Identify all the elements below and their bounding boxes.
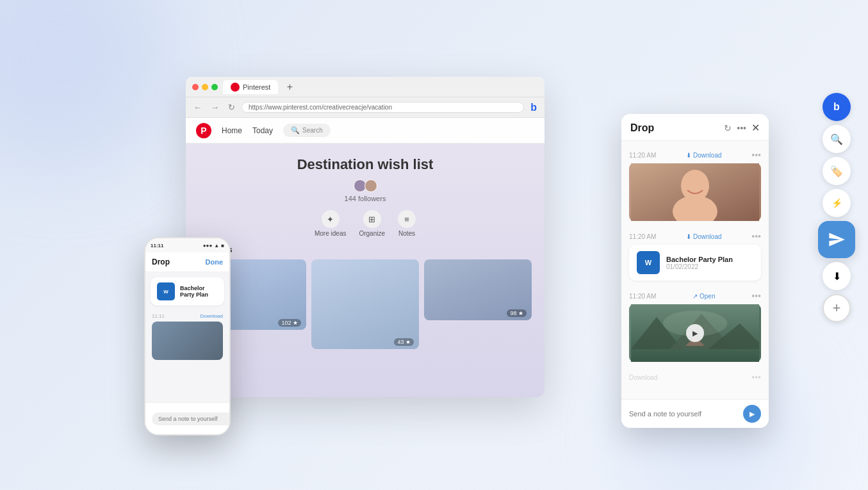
phone-file-info: Bachelor Party Plan (180, 285, 218, 298)
organize-action[interactable]: ⊞ Organize (359, 210, 385, 237)
drop-item-3-meta: 11:20 AM ↗ Open ••• (629, 291, 761, 301)
phone-image-placeholder (152, 322, 223, 360)
forward-button[interactable]: → (208, 101, 222, 113)
pinterest-search[interactable]: 🔍 Search (283, 124, 331, 137)
close-dot[interactable] (192, 84, 199, 90)
drop-image-landscape[interactable]: ▶ (629, 304, 761, 362)
notes-icon: ≡ (398, 210, 416, 228)
drop-item-1-meta: 11:20 AM ⬇ Download ••• (629, 150, 761, 160)
notes-label: Notes (398, 230, 415, 237)
extension-icon-button[interactable]: ⚡ (823, 189, 851, 217)
phone-statusbar: 11:11 ●●● ▲ ■ (145, 238, 229, 252)
pinterest-main: Destination wish list 144 followers ✦ Mo… (186, 143, 545, 367)
drop-item-4: Download ••• (621, 368, 769, 389)
refresh-icon[interactable]: ↻ (724, 123, 732, 133)
browser-content: P Home Today 🔍 Search Destination wish l… (186, 118, 545, 397)
drop-file-item[interactable]: W Bachelor Party Plan 01/02/2022 (629, 245, 761, 281)
signal-icon: ●●● (203, 243, 213, 249)
browser-window: Pinterest + ← → ↻ https://www.pinterest.… (186, 77, 545, 397)
drop-send-button[interactable]: ▶ (743, 405, 761, 423)
browser-tab[interactable]: Pinterest (223, 80, 278, 94)
download-icon-2: ⬇ (686, 233, 691, 240)
maximize-dot[interactable] (211, 84, 218, 90)
drop-item-2-time: 11:20 AM (629, 233, 656, 240)
minimize-dot[interactable] (202, 84, 208, 90)
phone-word-icon: W (157, 282, 175, 300)
paper-plane-button[interactable] (818, 221, 855, 258)
notes-action[interactable]: ≡ Notes (398, 210, 416, 237)
drop-item-2-meta: 11:20 AM ⬇ Download ••• (629, 231, 761, 241)
drop-file-name: Bachelor Party Plan (666, 256, 753, 263)
url-bar[interactable]: https://www.pinterest.com/creativecreacj… (242, 102, 524, 113)
add-icon-button[interactable]: + (823, 294, 851, 322)
bing-icon: b (528, 102, 539, 113)
drop-item-1-download[interactable]: ⬇ Download (686, 152, 721, 159)
download-icon: ⬇ (833, 270, 841, 282)
bezel-icon-button[interactable]: b (823, 93, 851, 121)
drop-panel-header: Drop ↻ ••• ✕ (621, 114, 769, 141)
drop-item-1: 11:20 AM ⬇ Download ••• (621, 146, 769, 225)
nav-home[interactable]: Home (222, 126, 242, 135)
phone-status-icons: ●●● ▲ ■ (203, 243, 224, 249)
drop-panel: Drop ↻ ••• ✕ 11:20 AM ⬇ Download ••• (621, 114, 769, 428)
new-tab-button[interactable]: + (283, 81, 296, 94)
back-button[interactable]: ← (191, 101, 204, 113)
right-sidebar: b 🔍 🏷️ ⚡ ⬇ + (818, 93, 855, 322)
phone-download-label[interactable]: Download (200, 313, 223, 319)
portrait-svg (629, 163, 761, 221)
more-ideas-label: More ideas (315, 230, 346, 237)
drop-file-date: 01/02/2022 (666, 263, 753, 270)
followers-count: 144 followers (199, 195, 532, 202)
drop-item-3-more[interactable]: ••• (751, 291, 761, 301)
mobile-phone: 11:11 ●●● ▲ ■ Drop Done W Bachelor Party… (144, 237, 231, 436)
more-icon[interactable]: ••• (737, 123, 746, 133)
add-icon: + (833, 300, 841, 316)
drop-image-portrait[interactable] (629, 163, 761, 221)
extension-icon: ⚡ (831, 198, 842, 208)
close-icon[interactable]: ✕ (751, 122, 760, 134)
drop-item-2-download[interactable]: ⬇ Download (686, 233, 721, 240)
phone-drop-title: Drop (152, 257, 170, 266)
phone-done-button[interactable]: Done (206, 258, 224, 266)
phone-drop-header: Drop Done (145, 252, 229, 272)
open-icon: ↗ (692, 293, 698, 300)
drop-input-area: ▶ (621, 399, 769, 428)
pin-2[interactable]: 43 ★ (311, 259, 419, 349)
pinterest-nav: P Home Today 🔍 Search (186, 118, 545, 143)
wifi-icon: ▲ (214, 243, 219, 249)
phone-file-row[interactable]: W Bachelor Party Plan (151, 277, 224, 306)
pins-count: 126 Pins (199, 245, 532, 259)
search-icon-button[interactable]: 🔍 (823, 125, 851, 153)
word-doc-icon: W (637, 251, 660, 274)
phone-item-meta: 11:11 Download (145, 311, 229, 322)
bezel-icon: b (833, 101, 840, 113)
browser-titlebar: Pinterest + (186, 77, 545, 97)
drop-item-3: 11:20 AM ↗ Open ••• (621, 287, 769, 366)
download-icon-button[interactable]: ⬇ (823, 262, 851, 290)
pin-3[interactable]: 98 ★ (424, 259, 532, 320)
pinterest-grid: 102 ★ 43 ★ 98 ★ (199, 259, 532, 354)
battery-icon: ■ (221, 243, 224, 249)
drop-item-3-time: 11:20 AM (629, 293, 656, 300)
drop-item-4-more[interactable]: ••• (751, 372, 761, 382)
nav-today[interactable]: Today (252, 126, 273, 135)
organize-icon: ⊞ (363, 210, 381, 228)
drop-item-2-more[interactable]: ••• (751, 231, 761, 241)
reload-button[interactable]: ↻ (225, 101, 238, 113)
tag-icon-button[interactable]: 🏷️ (823, 157, 851, 185)
bg-blob-1 (0, 0, 173, 173)
play-button[interactable]: ▶ (686, 324, 704, 342)
drop-item-3-open[interactable]: ↗ Open (692, 293, 715, 300)
pinterest-favicon (231, 83, 240, 92)
phone-item-time: 11:11 (152, 313, 165, 319)
more-ideas-action[interactable]: ✦ More ideas (315, 210, 346, 237)
pin-2-count: 43 ★ (394, 338, 414, 346)
drop-input-field[interactable] (629, 410, 738, 418)
drop-item-1-more[interactable]: ••• (751, 150, 761, 160)
search-placeholder: Search (302, 127, 323, 134)
pinterest-logo: P (196, 123, 211, 138)
phone-input-field[interactable] (152, 412, 231, 425)
paper-plane-icon (828, 231, 846, 249)
tag-icon: 🏷️ (830, 165, 843, 177)
pinterest-board-title: Destination wish list (199, 156, 532, 173)
